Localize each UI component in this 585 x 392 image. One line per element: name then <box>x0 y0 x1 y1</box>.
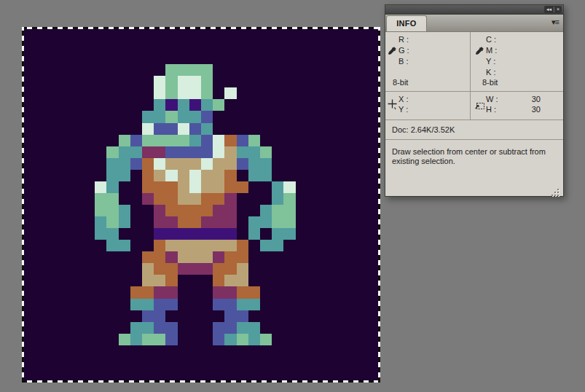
y-label: Y : <box>398 105 416 114</box>
panel-header: ◂◂ × <box>385 5 563 15</box>
rgb-readout: R : G : B : 8-bit <box>385 32 471 91</box>
panel-resize-grip[interactable] <box>551 189 560 197</box>
m-label: M : <box>486 45 503 56</box>
color-readout-section: R : G : B : 8-bit C : M : Y : K : 8-bit <box>385 32 563 92</box>
panel-content: R : G : B : 8-bit C : M : Y : K : 8-bit <box>385 32 563 197</box>
close-panel-icon[interactable]: × <box>557 6 560 13</box>
marching-ants-bottom <box>22 380 380 383</box>
h-label: H : <box>486 105 503 114</box>
header-separator <box>554 7 554 12</box>
xy-readout: X : Y : <box>385 92 471 119</box>
marching-ants-top <box>22 27 380 29</box>
doc-size-status: Doc: 2.64K/3.52K <box>385 120 563 140</box>
workspace: { "canvas": { "selection_w": "30", "sele… <box>0 0 585 392</box>
pixel-canvas[interactable] <box>24 29 378 380</box>
panel-tab-bar: INFO ▾≡ <box>385 15 563 32</box>
tool-hint-text: Draw selection from center or subtract f… <box>392 147 546 165</box>
tab-info[interactable]: INFO <box>386 15 427 31</box>
x-label: X : <box>398 95 416 104</box>
w-label: W : <box>486 95 503 104</box>
tool-hint-section: Draw selection from center or subtract f… <box>385 140 563 200</box>
rgb-depth: 8-bit <box>393 78 408 87</box>
coordinates-section: X : Y : W : 30 H : 30 <box>385 92 563 120</box>
info-panel: ◂◂ × INFO ▾≡ R : G : B : 8-bit C : <box>385 4 564 197</box>
y-label: Y : <box>486 56 503 67</box>
c-label: C : <box>486 34 503 45</box>
collapse-panel-icon[interactable]: ◂◂ <box>546 6 551 13</box>
marching-ants-left <box>22 27 24 383</box>
panel-menu-icon[interactable]: ▾≡ <box>551 17 559 27</box>
w-value: 30 <box>519 95 541 104</box>
k-label: K : <box>486 67 503 78</box>
h-value: 30 <box>519 105 541 114</box>
doc-size-text: Doc: 2.64K/3.52K <box>392 125 455 134</box>
cmyk-readout: C : M : Y : K : 8-bit <box>471 32 563 91</box>
wh-readout: W : 30 H : 30 <box>471 92 563 119</box>
canvas-selection[interactable] <box>22 27 380 383</box>
r-label: R : <box>398 34 416 45</box>
marching-ants-right <box>378 27 380 383</box>
g-label: G : <box>398 45 416 56</box>
cmyk-depth: 8-bit <box>482 78 498 87</box>
b-label: B : <box>398 56 416 67</box>
